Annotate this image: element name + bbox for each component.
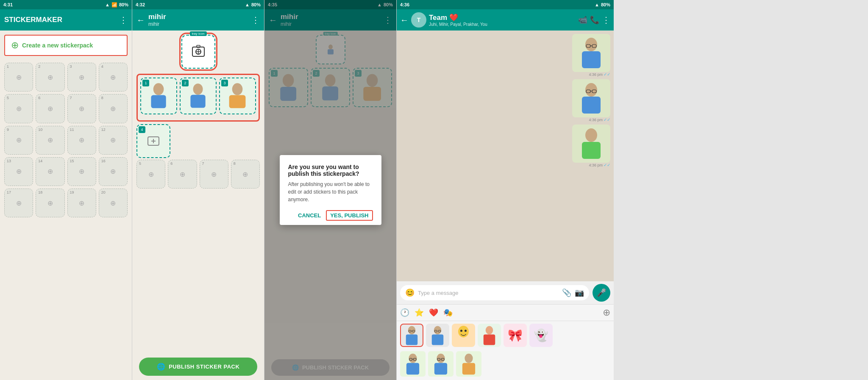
tray-icon-box-2[interactable]: tray icon: [181, 35, 215, 69]
sticker-cell-4-empty[interactable]: 4: [136, 124, 170, 158]
sticker-person-3: [576, 127, 606, 161]
add-photo-icon-small: [147, 134, 160, 148]
sticker-cell-14[interactable]: 14⊕: [36, 157, 64, 186]
team-avatar[interactable]: T: [411, 12, 426, 28]
svg-rect-44: [432, 334, 444, 345]
tab-clock-icon[interactable]: 🕐: [400, 308, 409, 317]
publish-btn-label-2: PUBLISH STICKER PACK: [169, 363, 239, 370]
tab-sticker-icon[interactable]: 🎭: [443, 308, 453, 317]
dialog-cancel-button[interactable]: CANCEL: [298, 210, 321, 221]
create-stickerpack-button[interactable]: ⊕ Create a new stickerpack: [4, 35, 128, 56]
chat-body: 4:36 pm ✓✓ 4:36: [397, 31, 614, 281]
sticker-cell-19[interactable]: 19⊕: [67, 189, 96, 217]
chat-participants: Juhi, Mihir, Payal, Prakhar, You: [429, 22, 487, 27]
dialog-yes-publish-button[interactable]: YES, PUBLISH: [326, 210, 373, 221]
sticker-cell-16[interactable]: 16⊕: [99, 157, 128, 186]
stickermaker-panel: 4:31 ▲ 📶 80% STICKERMAKER ⋮ ⊕ Create a n…: [0, 0, 132, 380]
sticker-cell-17[interactable]: 17⊕: [4, 189, 33, 217]
phone-icon[interactable]: 📞: [590, 15, 599, 25]
back-arrow-4[interactable]: ←: [400, 15, 409, 25]
svg-rect-24: [582, 51, 601, 68]
menu-icon-1[interactable]: ⋮: [119, 15, 128, 25]
chat-title-block: Team ❤️ Juhi, Mihir, Payal, Prakhar, You: [429, 13, 487, 27]
pack-thumb-4: [480, 325, 499, 346]
sticker-cell-2[interactable]: 2⊕: [36, 63, 64, 92]
person-sticker-3: [225, 81, 250, 111]
sticker-cell-10[interactable]: 10⊕: [36, 126, 64, 155]
chat-sticker-bubble-2: 4:36 pm ✓✓: [572, 79, 610, 122]
svg-rect-58: [434, 363, 447, 374]
sticker-cell-15[interactable]: 15⊕: [67, 157, 96, 186]
sticker-thumbnails: [397, 349, 614, 380]
status-right-1: ▲ 📶 80%: [105, 2, 128, 8]
emoji-icon[interactable]: 😊: [405, 288, 415, 297]
svg-point-61: [465, 353, 473, 363]
sticker-cell-18[interactable]: 18⊕: [36, 189, 64, 217]
sticker-thumb-3[interactable]: [456, 351, 481, 377]
battery-4: 80%: [601, 2, 610, 7]
sticker-pack-3[interactable]: [452, 324, 475, 347]
chat-time-2: 4:36 pm ✓✓: [589, 117, 610, 122]
sticker-cell-5[interactable]: 5⊕: [4, 94, 33, 123]
attach-icon[interactable]: 📎: [562, 288, 571, 297]
sticker-picker-tabs: 🕐 ⭐ ❤️ 🎭 ⊕: [397, 305, 614, 321]
cell-e-1[interactable]: 5⊕: [136, 160, 165, 189]
camera-icon[interactable]: 📷: [575, 288, 584, 297]
sticker-cell-8[interactable]: 8⊕: [99, 94, 128, 123]
sticker-pack-4[interactable]: [478, 324, 501, 347]
publish-confirm-dialog: Are you sure you want to publish this st…: [280, 155, 381, 225]
sticker-photo-3[interactable]: 3: [219, 78, 256, 114]
thumb-person-2: [431, 352, 451, 376]
tab-star-icon[interactable]: ⭐: [415, 308, 424, 317]
menu-icon-4[interactable]: ⋮: [602, 15, 610, 25]
sticker-pack-2[interactable]: [426, 324, 449, 347]
status-right-2: ▲ 80%: [245, 2, 261, 7]
sticker-cell-12[interactable]: 12⊕: [99, 126, 128, 155]
pack-thumb-person-1: [402, 325, 421, 346]
menu-icon-2[interactable]: ⋮: [251, 15, 260, 25]
back-arrow-2[interactable]: ←: [136, 15, 145, 25]
thumb-person-3: [459, 352, 479, 376]
sticker-person-1: [576, 36, 606, 70]
sticker-thumb-2[interactable]: [428, 351, 453, 377]
sticker-photo-2[interactable]: 2: [180, 78, 217, 114]
svg-point-10: [232, 83, 243, 95]
chat-input-box[interactable]: 😊 Type a message 📎 📷: [400, 285, 589, 300]
sticker-cell-7[interactable]: 7⊕: [67, 94, 96, 123]
svg-rect-62: [462, 363, 475, 374]
toolbar-2: ← mihir mihir ⋮: [132, 9, 264, 31]
svg-rect-39: [406, 334, 418, 345]
sticker-img-3[interactable]: [572, 125, 610, 163]
svg-rect-11: [229, 95, 246, 108]
emoji-sticker-pack: 🎀: [508, 328, 523, 342]
svg-point-37: [587, 131, 595, 140]
call-icon[interactable]: 📹: [578, 15, 587, 25]
sticker-pack-6[interactable]: 👻: [529, 324, 553, 347]
publish-dialog-overlay: Are you sure you want to publish this st…: [264, 0, 396, 380]
svg-rect-9: [191, 95, 206, 108]
tray-icon-label-2: tray icon: [189, 31, 206, 36]
mic-button[interactable]: 🎤: [593, 284, 610, 302]
sticker-cell-6[interactable]: 6⊕: [36, 94, 64, 123]
sticker-cell-13[interactable]: 13⊕: [4, 157, 33, 186]
sticker-img-2[interactable]: [572, 79, 610, 117]
sticker-photo-1[interactable]: 1: [140, 78, 177, 114]
sticker-pack-5[interactable]: 🎀: [504, 324, 527, 347]
tab-heart-icon[interactable]: ❤️: [429, 308, 438, 317]
sticker-img-1[interactable]: [572, 34, 610, 72]
cell-e-2[interactable]: 6⊕: [168, 160, 197, 189]
sticker-cell-3[interactable]: 3⊕: [67, 63, 96, 92]
cell-e-4[interactable]: 8⊕: [231, 160, 260, 189]
sticker-cell-4[interactable]: 4⊕: [99, 63, 128, 92]
sticker-cell-9[interactable]: 9⊕: [4, 126, 33, 155]
create-btn-label: Create a new stickerpack: [22, 42, 93, 49]
cell-e-3[interactable]: 7⊕: [200, 160, 228, 189]
chat-input-placeholder: Type a message: [418, 290, 559, 296]
sticker-thumb-1[interactable]: [400, 351, 426, 377]
add-sticker-icon[interactable]: ⊕: [603, 307, 610, 318]
publish-btn-2[interactable]: 🌐 PUBLISH STICKER PACK: [139, 358, 257, 376]
sticker-cell-20[interactable]: 20⊕: [99, 189, 128, 217]
sticker-cell-11[interactable]: 11⊕: [67, 126, 96, 155]
sticker-pack-selected[interactable]: [400, 324, 423, 347]
sticker-cell-1[interactable]: 1⊕: [4, 63, 33, 92]
